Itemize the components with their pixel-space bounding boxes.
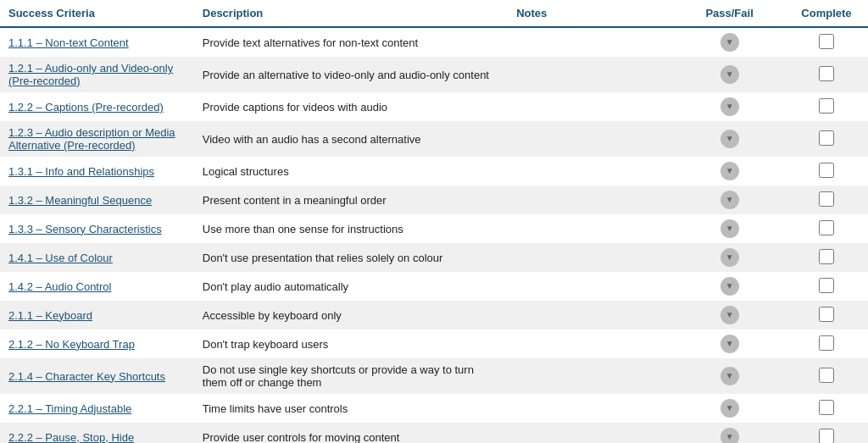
complete-cell[interactable] (785, 243, 868, 272)
table-row: 1.2.3 – Audio description or Media Alter… (0, 121, 868, 157)
notes-cell (508, 214, 674, 243)
criteria-cell: 2.2.1 – Timing Adjustable (0, 394, 194, 423)
passfail-cell[interactable]: ▼ (674, 329, 785, 358)
criteria-link[interactable]: 1.2.1 – Audio-only and Video-only (Pre-r… (8, 62, 173, 87)
passfail-dropdown-icon[interactable]: ▼ (721, 399, 739, 418)
table-row: 1.3.1 – Info and RelationshipsLogical st… (0, 157, 868, 186)
complete-checkbox[interactable] (819, 368, 834, 383)
passfail-dropdown-icon[interactable]: ▼ (721, 130, 739, 148)
table-row: 2.1.1 – KeyboardAccessible by keyboard o… (0, 301, 868, 329)
passfail-dropdown-icon[interactable]: ▼ (721, 335, 739, 353)
criteria-cell: 1.4.2 – Audio Control (0, 272, 194, 301)
criteria-link[interactable]: 2.2.1 – Timing Adjustable (8, 402, 131, 415)
passfail-cell[interactable]: ▼ (674, 394, 785, 423)
complete-cell[interactable] (785, 329, 868, 358)
passfail-cell[interactable]: ▼ (674, 121, 785, 157)
criteria-link[interactable]: 1.2.3 – Audio description or Media Alter… (8, 126, 175, 152)
criteria-link[interactable]: 1.3.3 – Sensory Characteristics (8, 223, 162, 235)
complete-cell[interactable] (785, 92, 868, 121)
passfail-cell[interactable]: ▼ (674, 423, 785, 443)
passfail-dropdown-icon[interactable]: ▼ (721, 33, 739, 52)
complete-checkbox[interactable] (819, 163, 834, 178)
notes-cell (508, 27, 674, 57)
passfail-dropdown-icon[interactable]: ▼ (721, 219, 739, 238)
table-row: 2.1.2 – No Keyboard TrapDon't trap keybo… (0, 329, 868, 358)
notes-cell (508, 358, 674, 394)
passfail-cell[interactable]: ▼ (674, 243, 785, 272)
notes-cell (508, 121, 674, 157)
description-cell: Logical structures (194, 157, 508, 186)
complete-checkbox[interactable] (819, 335, 834, 351)
passfail-dropdown-icon[interactable]: ▼ (721, 191, 739, 209)
passfail-cell[interactable]: ▼ (674, 358, 785, 394)
table-row: 2.2.2 – Pause, Stop, HideProvide user co… (0, 423, 868, 443)
description-cell: Provide captions for videos with audio (194, 92, 508, 121)
accessibility-table: Success Criteria Description Notes Pass/… (0, 0, 868, 443)
criteria-link[interactable]: 1.4.1 – Use of Colour (8, 252, 113, 264)
complete-cell[interactable] (785, 301, 868, 329)
passfail-dropdown-icon[interactable]: ▼ (721, 162, 739, 180)
complete-checkbox[interactable] (819, 98, 834, 114)
complete-checkbox[interactable] (819, 130, 834, 146)
criteria-link[interactable]: 1.3.2 – Meaningful Sequence (8, 194, 152, 207)
passfail-dropdown-icon[interactable]: ▼ (721, 248, 739, 267)
passfail-cell[interactable]: ▼ (674, 27, 785, 57)
criteria-cell: 1.1.1 – Non-text Content (0, 27, 194, 57)
complete-cell[interactable] (785, 272, 868, 301)
criteria-cell: 1.3.1 – Info and Relationships (0, 157, 194, 186)
complete-checkbox[interactable] (819, 278, 834, 293)
description-cell: Don't play audio automatically (194, 272, 508, 301)
description-cell: Video with an audio has a second alterna… (194, 121, 508, 157)
passfail-cell[interactable]: ▼ (674, 301, 785, 329)
complete-checkbox[interactable] (819, 191, 834, 207)
table-row: 1.2.2 – Captions (Pre-recorded)Provide c… (0, 92, 868, 121)
header-description: Description (194, 0, 508, 27)
passfail-dropdown-icon[interactable]: ▼ (721, 277, 739, 296)
chevron-down-icon: ▼ (726, 70, 734, 79)
chevron-down-icon: ▼ (726, 196, 734, 204)
passfail-cell[interactable]: ▼ (674, 157, 785, 186)
passfail-cell[interactable]: ▼ (674, 57, 785, 92)
criteria-link[interactable]: 1.4.2 – Audio Control (8, 280, 111, 293)
complete-cell[interactable] (785, 27, 868, 57)
complete-checkbox[interactable] (819, 249, 834, 264)
passfail-dropdown-icon[interactable]: ▼ (721, 65, 739, 84)
notes-cell (508, 301, 674, 329)
complete-cell[interactable] (785, 214, 868, 243)
complete-cell[interactable] (785, 186, 868, 214)
complete-cell[interactable] (785, 157, 868, 186)
criteria-cell: 1.4.1 – Use of Colour (0, 243, 194, 272)
criteria-link[interactable]: 1.2.2 – Captions (Pre-recorded) (8, 101, 164, 114)
complete-checkbox[interactable] (819, 66, 834, 81)
passfail-dropdown-icon[interactable]: ▼ (721, 428, 739, 443)
passfail-dropdown-icon[interactable]: ▼ (721, 306, 739, 324)
description-cell: Use more than one sense for instructions (194, 214, 508, 243)
criteria-link[interactable]: 2.1.2 – No Keyboard Trap (8, 338, 135, 351)
complete-cell[interactable] (785, 394, 868, 423)
complete-cell[interactable] (785, 121, 868, 157)
complete-checkbox[interactable] (819, 400, 834, 415)
complete-checkbox[interactable] (819, 220, 834, 235)
criteria-link[interactable]: 1.3.1 – Info and Relationships (8, 165, 154, 178)
passfail-dropdown-icon[interactable]: ▼ (721, 367, 739, 385)
complete-checkbox[interactable] (819, 429, 834, 444)
passfail-dropdown-icon[interactable]: ▼ (721, 97, 739, 116)
passfail-cell[interactable]: ▼ (674, 214, 785, 243)
passfail-cell[interactable]: ▼ (674, 272, 785, 301)
criteria-cell: 1.3.3 – Sensory Characteristics (0, 214, 194, 243)
complete-checkbox[interactable] (819, 34, 834, 49)
table-row: 1.4.1 – Use of ColourDon't use presentat… (0, 243, 868, 272)
criteria-link[interactable]: 1.1.1 – Non-text Content (8, 36, 129, 49)
complete-checkbox[interactable] (819, 307, 834, 322)
complete-cell[interactable] (785, 423, 868, 443)
complete-cell[interactable] (785, 57, 868, 92)
main-container: Success Criteria Description Notes Pass/… (0, 0, 868, 443)
criteria-link[interactable]: 2.1.4 – Character Key Shortcuts (8, 370, 165, 383)
passfail-cell[interactable]: ▼ (674, 92, 785, 121)
criteria-link[interactable]: 2.2.2 – Pause, Stop, Hide (8, 431, 134, 444)
passfail-cell[interactable]: ▼ (674, 186, 785, 214)
criteria-link[interactable]: 2.1.1 – Keyboard (8, 309, 92, 322)
criteria-cell: 1.2.2 – Captions (Pre-recorded) (0, 92, 194, 121)
complete-cell[interactable] (785, 358, 868, 394)
description-cell: Provide an alternative to video-only and… (194, 57, 508, 92)
